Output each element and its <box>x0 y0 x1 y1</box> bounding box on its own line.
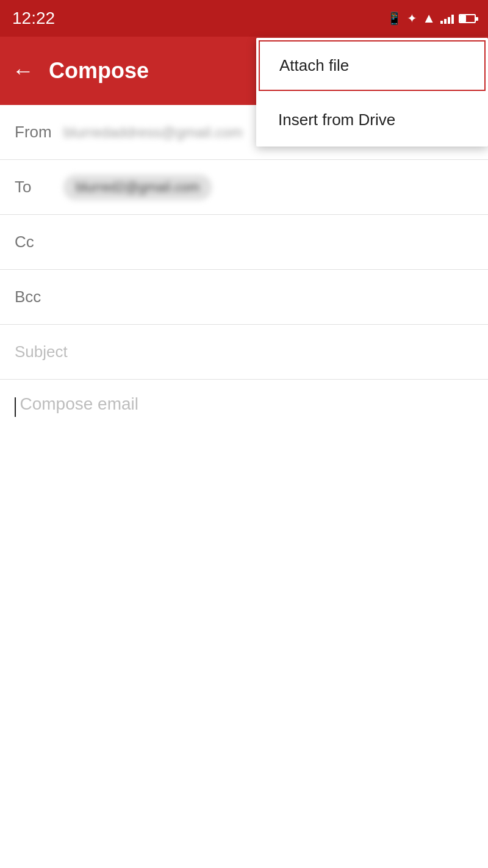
to-chip[interactable]: blurred2@gmail.com <box>63 175 212 200</box>
subject-row[interactable]: Subject <box>0 325 488 380</box>
subject-placeholder: Subject <box>15 342 68 361</box>
compose-body[interactable]: Compose email <box>0 380 488 502</box>
bcc-label: Bcc <box>15 288 63 306</box>
body-placeholder: Compose email <box>20 394 138 413</box>
cc-label: Cc <box>15 233 63 251</box>
back-button[interactable]: ← <box>12 58 34 84</box>
to-row[interactable]: To blurred2@gmail.com <box>0 160 488 215</box>
attach-file-item[interactable]: Attach file <box>259 40 486 91</box>
cc-row[interactable]: Cc <box>0 215 488 270</box>
bcc-row[interactable]: Bcc <box>0 270 488 325</box>
text-cursor <box>15 397 16 417</box>
battery-icon <box>459 14 476 23</box>
status-time: 12:22 <box>12 9 55 28</box>
dropdown-menu: Attach file Insert from Drive <box>256 38 488 146</box>
signal-icon <box>440 13 454 24</box>
compose-form: From blurredaddress@gmail.com To blurred… <box>0 105 488 502</box>
wifi-icon: ▲ <box>422 10 436 26</box>
vibrate-icon: 📱 <box>387 11 402 26</box>
insert-from-drive-item[interactable]: Insert from Drive <box>256 93 488 146</box>
to-label: To <box>15 178 63 197</box>
from-label: From <box>15 123 63 142</box>
status-icons: 📱 ✦ ▲ <box>387 10 476 26</box>
assistant-icon: ✦ <box>407 11 417 26</box>
status-bar: 12:22 📱 ✦ ▲ <box>0 0 488 37</box>
